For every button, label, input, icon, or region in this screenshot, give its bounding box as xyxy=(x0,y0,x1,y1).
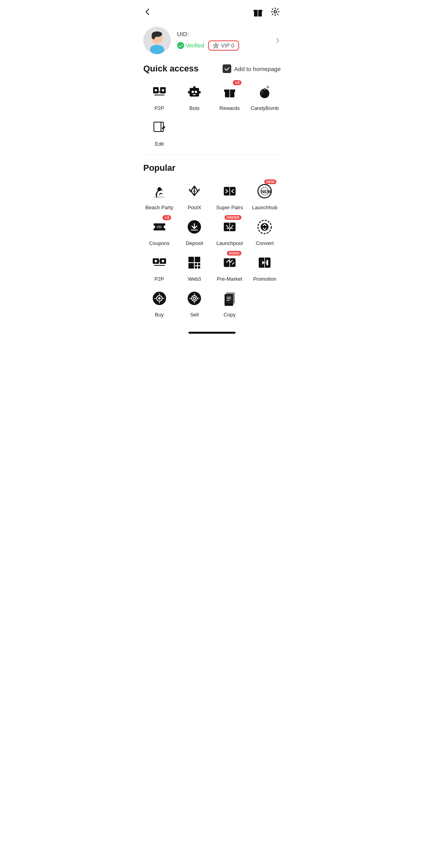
popular-promotion[interactable]: Promotion xyxy=(249,252,281,282)
add-homepage-control[interactable]: Add to homepage xyxy=(223,64,281,73)
popular-p2p-label: P2P xyxy=(154,276,164,282)
svg-point-64 xyxy=(158,297,161,300)
quick-access-p2p[interactable]: P2P xyxy=(143,82,175,111)
quick-access-candybomb[interactable]: CandyBomb xyxy=(249,82,281,111)
quick-rewards-label: Rewards xyxy=(219,105,239,111)
popular-title: Popular xyxy=(143,163,175,173)
popular-super-pairs-label: Super Pairs xyxy=(216,205,243,210)
svg-point-26 xyxy=(267,86,269,88)
svg-rect-56 xyxy=(198,266,200,269)
launchpool-badge: ORDER xyxy=(225,215,241,220)
quick-access-edit[interactable]: Edit xyxy=(143,117,175,147)
profile-chevron[interactable] xyxy=(274,37,281,44)
svg-point-31 xyxy=(157,187,161,191)
quick-access-grid: P2P Bots +3 xyxy=(143,82,281,147)
rewards-badge: +3 xyxy=(233,80,241,85)
popular-copy[interactable]: Copy xyxy=(214,288,246,318)
profile-section: UID: Verified VIP 0 xyxy=(135,20,289,64)
quick-access-bots[interactable]: Bots xyxy=(179,82,211,111)
section-divider xyxy=(143,155,281,155)
verified-badge: Verified xyxy=(177,42,204,49)
popular-copy-label: Copy xyxy=(224,312,236,318)
svg-point-16 xyxy=(192,91,194,93)
coupons-badge: +3 xyxy=(163,215,171,220)
quick-bots-label: Bots xyxy=(189,105,199,111)
svg-rect-52 xyxy=(188,263,194,269)
svg-point-49 xyxy=(162,260,164,262)
svg-rect-55 xyxy=(195,266,197,269)
popular-coupons[interactable]: +3 Coupons xyxy=(143,217,175,246)
profile-info: UID: Verified VIP 0 xyxy=(177,31,268,51)
svg-rect-29 xyxy=(154,122,163,132)
gift-icon[interactable] xyxy=(252,6,263,17)
popular-poolx-label: PoolX xyxy=(188,205,201,210)
svg-point-14 xyxy=(162,89,164,91)
popular-convert[interactable]: Convert xyxy=(249,217,281,246)
svg-text:NEW: NEW xyxy=(261,189,271,194)
popular-beach-party[interactable]: Beach Party xyxy=(143,181,175,210)
svg-rect-54 xyxy=(198,263,200,265)
popular-web3-label: Web3 xyxy=(188,276,201,282)
svg-rect-53 xyxy=(195,263,197,265)
popular-pre-market-label: Pre-Market xyxy=(217,276,242,282)
svg-rect-50 xyxy=(188,257,194,262)
header xyxy=(135,0,289,20)
svg-point-48 xyxy=(155,260,157,262)
back-button[interactable] xyxy=(143,7,152,16)
svg-point-13 xyxy=(155,89,157,91)
svg-rect-25 xyxy=(264,88,265,90)
uid-label: UID: xyxy=(177,31,189,37)
popular-sell[interactable]: Sell xyxy=(179,288,211,318)
svg-point-2 xyxy=(274,11,276,13)
popular-promotion-label: Promotion xyxy=(253,276,276,282)
svg-rect-41 xyxy=(157,225,161,229)
launchhub-badge: NEW xyxy=(264,179,276,184)
svg-rect-61 xyxy=(267,260,268,265)
quick-access-rewards[interactable]: +3 Rewards xyxy=(214,82,246,111)
popular-launchhub-label: Launchhub xyxy=(252,205,277,210)
popular-pre-market[interactable]: DOGS Pre-Market xyxy=(214,252,246,282)
svg-rect-51 xyxy=(195,257,200,262)
settings-icon[interactable] xyxy=(270,6,281,17)
popular-coupons-label: Coupons xyxy=(149,240,170,246)
svg-rect-20 xyxy=(188,91,190,93)
svg-rect-71 xyxy=(225,294,233,305)
avatar xyxy=(143,27,171,54)
pre-market-badge: DOGS xyxy=(227,251,241,256)
popular-grid: Beach Party PoolX xyxy=(143,181,281,318)
vip-badge: VIP 0 xyxy=(208,40,239,51)
svg-rect-19 xyxy=(193,86,196,88)
bottom-bar xyxy=(135,325,289,340)
popular-launchpool-label: Launchpool xyxy=(216,240,243,246)
quick-access-title: Quick access xyxy=(143,64,199,74)
svg-rect-15 xyxy=(190,88,199,97)
home-indicator xyxy=(188,332,236,334)
svg-rect-21 xyxy=(199,91,201,93)
popular-buy[interactable]: Buy xyxy=(143,288,175,318)
popular-convert-label: Convert xyxy=(256,240,274,246)
popular-poolx[interactable]: PoolX xyxy=(179,181,211,210)
svg-point-4 xyxy=(150,45,164,54)
svg-rect-18 xyxy=(193,94,196,95)
popular-launchpool[interactable]: ORDER Launchpool xyxy=(214,217,246,246)
popular-deposit-label: Deposit xyxy=(186,240,203,246)
quick-p2p-label: P2P xyxy=(154,105,164,111)
svg-point-10 xyxy=(215,44,217,47)
add-homepage-label: Add to homepage xyxy=(234,66,281,72)
svg-point-40 xyxy=(164,225,167,228)
popular-launchhub[interactable]: NEW NEW Launchhub xyxy=(249,181,281,210)
popular-web3[interactable]: Web3 xyxy=(179,252,211,282)
popular-p2p[interactable]: P2P xyxy=(143,252,175,282)
popular-deposit[interactable]: Deposit xyxy=(179,217,211,246)
popular-super-pairs[interactable]: Super Pairs xyxy=(214,181,246,210)
svg-point-28 xyxy=(261,94,262,95)
quick-edit-label: Edit xyxy=(155,141,164,147)
popular-beach-party-label: Beach Party xyxy=(145,205,173,210)
svg-point-7 xyxy=(152,33,155,39)
svg-point-30 xyxy=(153,196,166,198)
popular-buy-label: Buy xyxy=(155,312,164,318)
homepage-checkbox[interactable] xyxy=(223,64,231,73)
svg-point-17 xyxy=(195,91,197,93)
popular-section: Popular Beach Party xyxy=(135,163,289,318)
svg-point-39 xyxy=(152,225,155,228)
